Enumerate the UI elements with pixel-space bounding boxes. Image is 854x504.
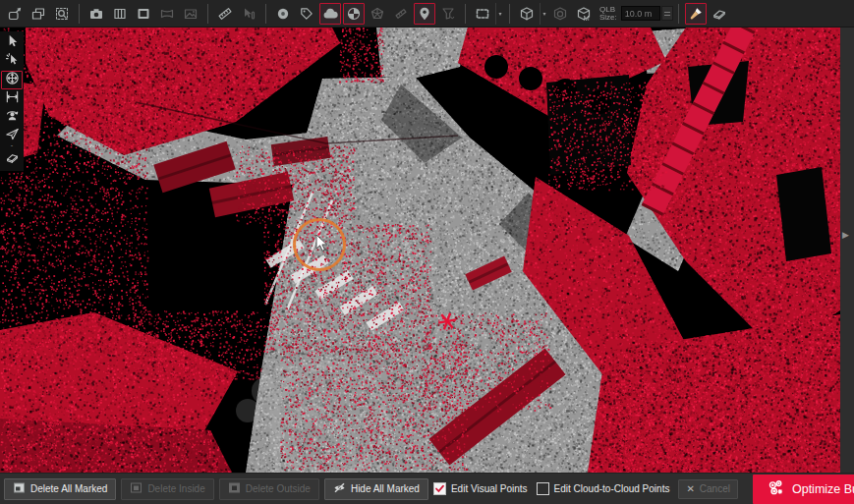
wireframe-icon [370,6,385,22]
inspect-cursor-button[interactable] [238,3,259,25]
edit-visual-points-checkbox-row[interactable]: Edit Visual Points [433,482,528,495]
cancel-label: Cancel [700,483,730,494]
select-arrow-button[interactable] [1,33,23,52]
bottom-bar-right-group: Edit Visual PointsEdit Cloud-to-Cloud Po… [433,475,854,504]
delete-outside-button[interactable]: Delete Outside [219,478,319,500]
toolbar-group [3,3,74,25]
select-arrow-icon [5,33,20,52]
split-view-icon [112,6,128,22]
pan-move-icon [5,71,20,89]
edit-cloud-to-cloud-points-checkbox[interactable] [537,482,549,495]
hide-all-marked-button[interactable]: Hide All Marked [324,478,428,500]
delete-all-marked-label: Delete All Marked [30,483,107,494]
rect-select-button[interactable] [472,3,493,25]
hide-all-marked-label: Hide All Marked [351,483,420,494]
zoom-region-button[interactable] [51,3,73,25]
top-toolbar: ▾▾MQLBSize:10.0 m [0,0,854,28]
measure-icon [217,6,233,22]
box-sphere-icon [552,6,568,22]
brush-icon [688,6,704,22]
mini-ruler-icon [393,6,409,22]
rect-select-dropdown-caret[interactable]: ▾ [495,3,504,25]
eraser-tool-icon [5,150,20,169]
windows-layout-button[interactable] [28,3,49,25]
box-sphere-button[interactable] [549,3,571,25]
orbit-view-button[interactable] [1,108,23,127]
eraser-button[interactable] [709,3,730,25]
single-view-button[interactable] [133,3,154,25]
location-pin-button[interactable] [414,3,435,25]
toolbar-separator [265,4,266,24]
edit-cloud-to-cloud-points-label: Edit Cloud-to-Cloud Points [554,483,670,494]
delete-inside-label: Delete Inside [147,483,204,494]
eraser-tool-button[interactable] [1,150,23,169]
tag-icon [299,6,314,22]
zoom-region-icon [54,6,70,22]
multi-select-button[interactable] [1,52,23,71]
panorama-view-button[interactable] [156,3,178,25]
distance-measure-icon [5,89,20,108]
clip-box-button[interactable] [516,3,538,25]
orbit-view-icon [5,108,20,127]
delete-inside-button[interactable]: Delete Inside [121,478,213,500]
qlb-size-stepper[interactable] [661,6,673,21]
box-m-button[interactable]: M [573,3,595,25]
sphere-shading-icon [346,6,362,22]
box-m-icon: M [576,6,592,22]
tag-button[interactable] [296,3,317,25]
panorama-view-icon [159,6,175,22]
toolbar-group [213,3,260,25]
edit-visual-points-label: Edit Visual Points [451,483,528,494]
cancel-button[interactable]: ✕Cancel [678,479,738,499]
delete-outside-label: Delete Outside [246,483,311,494]
images-view-button[interactable] [180,3,201,25]
distance-measure-button[interactable] [1,89,23,108]
panel-expander-chevron-icon[interactable]: ▶ [842,230,849,240]
qlb-label-line2: Size: [599,14,617,22]
clip-box-dropdown-caret[interactable]: ▾ [540,3,548,25]
pan-move-button[interactable] [1,71,23,89]
toolbar-group [271,3,460,25]
delete-inside-icon [130,481,142,496]
rect-select-icon [475,6,490,22]
delete-outside-icon [228,481,241,496]
edit-visual-points-checkbox[interactable] [433,482,446,495]
qlb-size-label: QLBSize: [599,6,617,22]
point-cloud-editor-window: ▾▾MQLBSize:10.0 m ˇ ▶ Delete All MarkedD… [0,0,854,504]
edit-cloud-to-cloud-points-checkbox-row[interactable]: Edit Cloud-to-Cloud Points [537,482,670,495]
images-view-icon [183,6,199,22]
camera-icon [88,6,104,22]
multi-select-icon [5,52,20,71]
toolbar-separator [678,4,679,24]
toolbar-separator [207,4,208,24]
filter-button[interactable] [437,3,459,25]
mini-ruler-button[interactable] [390,3,412,25]
left-tool-palette: ˇ [0,31,24,171]
windows-layout-icon [30,6,46,22]
scene-link-button[interactable] [4,3,26,25]
fly-mode-button[interactable] [1,127,23,145]
toolbar-group [684,3,731,25]
split-view-button[interactable] [109,3,131,25]
qlb-size-control: QLBSize:10.0 m [599,6,673,22]
optimize-bundle-label: Optimize Bundle [792,482,854,496]
render-disc-icon [275,6,291,22]
optimize-bundle-button[interactable]: Optimize Bundle [753,475,854,504]
qlb-size-input[interactable]: 10.0 m [621,6,660,21]
delete-all-marked-button[interactable]: Delete All Marked [4,478,116,500]
camera-button[interactable] [85,3,107,25]
sphere-shading-button[interactable] [343,3,365,25]
toolbar-separator [509,4,510,24]
point-cloud-button[interactable] [319,3,341,25]
measure-button[interactable] [214,3,236,25]
wireframe-button[interactable] [367,3,388,25]
render-disc-button[interactable] [272,3,294,25]
bottom-action-bar: Delete All MarkedDelete InsideDelete Out… [0,473,854,504]
delete-marked-icon [13,481,26,496]
point-cloud-icon [322,6,338,22]
brush-button[interactable] [685,3,707,25]
location-pin-icon [417,6,432,22]
viewport-canvas[interactable] [0,28,840,473]
right-panel-strip: ▶ [840,28,854,473]
single-view-icon [136,6,151,22]
